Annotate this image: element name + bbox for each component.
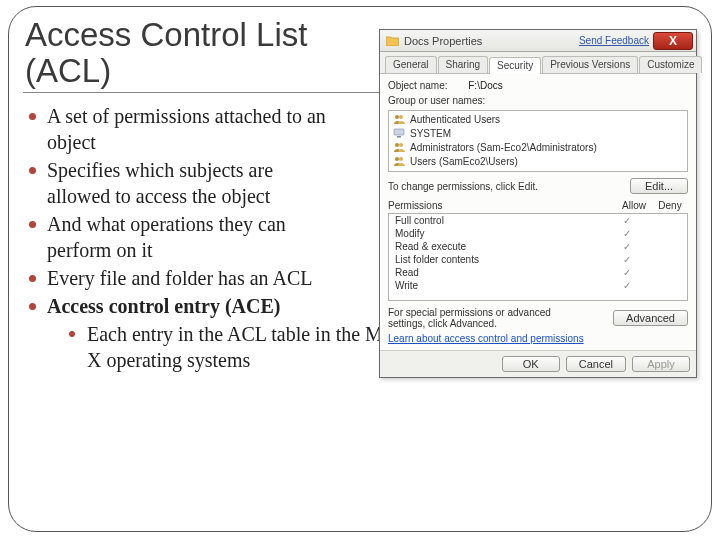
ok-button[interactable]: OK [502,356,560,372]
dialog-body: Object name: F:\Docs Group or user names… [380,74,696,350]
svg-point-5 [399,143,403,147]
users-icon [392,141,406,153]
allow-check: ✓ [609,215,645,226]
list-item-label: Administrators (Sam-Eco2\Administrators) [410,142,597,153]
permission-row: Read✓ [389,266,687,279]
bullet-item: And what operations they can perform on … [27,211,327,263]
learn-link[interactable]: Learn about access control and permissio… [388,333,584,344]
tab-customize[interactable]: Customize [639,56,702,73]
allow-check: ✓ [609,228,645,239]
tab-strip: General Sharing Security Previous Versio… [380,52,696,74]
edit-text: To change permissions, click Edit. [388,181,538,192]
permission-row: List folder contents✓ [389,253,687,266]
send-feedback-link[interactable]: Send Feedback [579,35,649,46]
list-item[interactable]: Administrators (Sam-Eco2\Administrators) [392,140,684,154]
tab-previous-versions[interactable]: Previous Versions [542,56,638,73]
permission-name: Full control [395,215,609,226]
users-icon [392,113,406,125]
folder-icon [386,34,399,47]
edit-row: To change permissions, click Edit. Edit.… [388,178,688,194]
slide-frame: Access Control List (ACL) A set of permi… [8,6,712,532]
svg-rect-2 [394,129,404,135]
close-button[interactable]: X [653,32,693,50]
group-label-row: Group or user names: [388,95,688,106]
permission-name: Modify [395,228,609,239]
svg-point-4 [395,143,399,147]
list-item-label: SYSTEM [410,128,451,139]
svg-point-1 [399,115,403,119]
advanced-text: For special permissions or advanced sett… [388,307,578,329]
advanced-button[interactable]: Advanced [613,310,688,326]
cancel-button[interactable]: Cancel [566,356,626,372]
advanced-row: For special permissions or advanced sett… [388,307,688,329]
deny-header: Deny [652,200,688,211]
permissions-header: Permissions Allow Deny [388,200,688,211]
permission-name: Read [395,267,609,278]
tab-sharing[interactable]: Sharing [438,56,488,73]
apply-button[interactable]: Apply [632,356,690,372]
dialog-button-row: OK Cancel Apply [380,350,696,377]
users-icon [392,155,406,167]
group-label: Group or user names: [388,95,485,106]
slide-title: Access Control List (ACL) [25,17,325,88]
tab-security[interactable]: Security [489,57,541,74]
svg-point-6 [395,157,399,161]
edit-button[interactable]: Edit... [630,178,688,194]
group-user-list[interactable]: Authenticated Users SYSTEM Administrator… [388,110,688,172]
allow-check: ✓ [609,267,645,278]
properties-dialog: Docs Properties Send Feedback X General … [379,29,697,378]
object-name-value: F:\Docs [468,80,502,91]
object-name-row: Object name: F:\Docs [388,80,688,91]
permission-row: Full control✓ [389,214,687,227]
system-icon [392,127,406,139]
permission-name: Read & execute [395,241,609,252]
bullet-ace-label: Access control entry (ACE) [47,295,280,317]
permissions-list: Full control✓ Modify✓ Read & execute✓ Li… [388,213,688,301]
object-name-label: Object name: [388,80,447,91]
allow-check: ✓ [609,254,645,265]
list-item[interactable]: Users (SamEco2\Users) [392,154,684,168]
allow-header: Allow [616,200,652,211]
svg-point-7 [399,157,403,161]
svg-rect-3 [397,136,401,138]
list-item-label: Authenticated Users [410,114,500,125]
permission-row: Write✓ [389,279,687,292]
list-item[interactable]: Authenticated Users [392,112,684,126]
allow-check: ✓ [609,280,645,291]
list-item[interactable]: SYSTEM [392,126,684,140]
bullet-item: A set of permissions attached to an obje… [27,103,327,155]
permission-row: Modify✓ [389,227,687,240]
tab-general[interactable]: General [385,56,437,73]
permission-name: List folder contents [395,254,609,265]
permissions-label: Permissions [388,200,616,211]
allow-check: ✓ [609,241,645,252]
svg-point-0 [395,115,399,119]
bullet-item: Specifies which subjects are allowed to … [27,157,327,209]
permission-row: Read & execute✓ [389,240,687,253]
dialog-title: Docs Properties [404,35,579,47]
permission-name: Write [395,280,609,291]
dialog-titlebar: Docs Properties Send Feedback X [380,30,696,52]
list-item-label: Users (SamEco2\Users) [410,156,518,167]
